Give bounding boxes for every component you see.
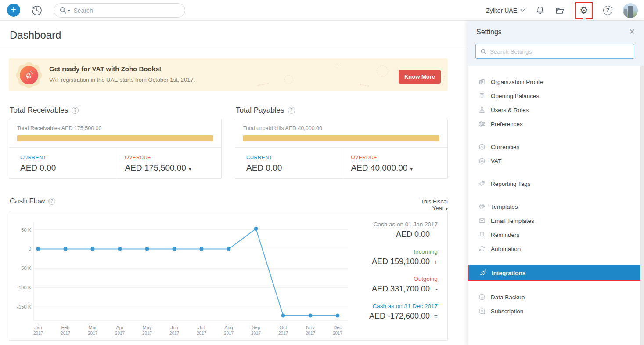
svg-text:2017: 2017 — [278, 331, 288, 336]
building-icon — [479, 78, 486, 85]
megaphone-badge — [17, 63, 41, 87]
settings-item-currencies[interactable]: $ Currencies — [468, 140, 644, 154]
svg-text:2017: 2017 — [197, 331, 207, 336]
tag-icon — [479, 180, 486, 187]
svg-text:Mar: Mar — [89, 325, 97, 330]
help-tooltip-icon[interactable]: ? — [72, 107, 79, 114]
overdue-dropdown-caret-icon[interactable]: ▾ — [189, 166, 191, 171]
settings-item-preferences[interactable]: Preferences — [468, 117, 644, 131]
top-bar: + ▾ Zylker UAE ⚙ ? — [0, 0, 644, 21]
plug-icon — [479, 269, 486, 276]
settings-item-users-roles[interactable]: Users & Roles — [468, 103, 644, 117]
cashflow-chart: 50 K0-50 K-100 K-150 KJan2017Feb2017Mar2… — [13, 214, 353, 339]
title-divider — [0, 49, 468, 49]
current-label: CURRENT — [246, 155, 343, 160]
svg-text:Sep: Sep — [252, 325, 260, 330]
svg-text:Oct: Oct — [279, 325, 287, 330]
top-bar-right: Zylker UAE ⚙ ? — [486, 0, 638, 21]
search-icon — [59, 7, 67, 15]
fiscal-year-dropdown[interactable]: This Fiscal Year▾ — [404, 198, 448, 211]
settings-item-templates[interactable]: Templates — [468, 200, 644, 214]
opening-balances-icon — [479, 92, 486, 99]
settings-item-organization-profile[interactable]: Organization Profile — [468, 75, 644, 89]
receivables-progress-bar — [17, 135, 213, 141]
receivables-card: Total Receivables AED 175,500.00 CURRENT… — [9, 119, 222, 179]
overdue-dropdown-caret-icon[interactable]: ▾ — [410, 166, 413, 171]
user-avatar[interactable] — [623, 3, 638, 18]
receivables-overdue-amount: AED 175,500.00▾ — [125, 163, 222, 173]
settings-item-automation[interactable]: Automation — [468, 242, 644, 256]
svg-text:2017: 2017 — [61, 331, 71, 336]
banner-subtitle: VAT registration in the UAE starts from … — [49, 76, 195, 83]
gear-icon: ⚙ — [579, 6, 588, 15]
notifications-button[interactable] — [536, 6, 545, 15]
svg-text:2017: 2017 — [115, 331, 125, 336]
settings-item-subscription[interactable]: $ Subscription — [468, 304, 644, 318]
settings-panel: Settings ✕ Organization Profile Opening … — [468, 21, 644, 345]
global-search[interactable]: ▾ — [54, 3, 185, 18]
quick-create-button[interactable]: + — [7, 4, 20, 17]
settings-item-email-templates[interactable]: Email Templates — [468, 214, 644, 228]
svg-text:Aug: Aug — [224, 325, 233, 330]
settings-item-reporting-tags[interactable]: Reporting Tags — [468, 177, 644, 191]
svg-text:-150 K: -150 K — [17, 304, 32, 309]
caret-down-icon: ▾ — [446, 206, 448, 211]
envelope-icon — [479, 217, 486, 224]
sliders-icon — [479, 120, 486, 127]
receivables-summary: Total Receivables AED 175,500.00 — [17, 125, 102, 131]
payables-overdue-amount: AED 40,000.00▾ — [351, 163, 448, 173]
org-switcher[interactable]: Zylker UAE — [486, 7, 525, 14]
chevron-down-icon — [520, 9, 525, 12]
recent-history-button[interactable] — [31, 4, 43, 16]
search-icon — [480, 48, 487, 55]
app-window: + ▾ Zylker UAE ⚙ ? — [0, 0, 644, 345]
panel-scrollbar[interactable] — [640, 66, 644, 345]
settings-item-data-backup[interactable]: Data Backup — [468, 290, 644, 304]
plus-icon: + — [11, 4, 16, 15]
svg-text:Nov: Nov — [306, 325, 315, 330]
doodle-dash — [360, 84, 369, 86]
settings-item-reminders[interactable]: Reminders — [468, 228, 644, 242]
know-more-button[interactable]: Know More — [399, 70, 441, 84]
payables-progress-bar — [243, 135, 439, 141]
help-button[interactable]: ? — [603, 6, 612, 15]
svg-text:-50 K: -50 K — [20, 265, 32, 271]
settings-search-input[interactable] — [490, 48, 630, 55]
panel-pointer — [580, 17, 588, 22]
payables-section-title: Total Payables ? — [236, 106, 295, 115]
cashflow-section-title: Cash Flow ? — [10, 197, 55, 206]
svg-text:50 K: 50 K — [21, 227, 31, 232]
page-title: Dashboard — [10, 29, 61, 41]
search-scope-caret-icon[interactable]: ▾ — [68, 8, 70, 13]
org-name: Zylker UAE — [486, 7, 517, 14]
svg-text:0: 0 — [29, 246, 31, 251]
close-icon[interactable]: ✕ — [629, 27, 635, 36]
help-tooltip-icon[interactable]: ? — [288, 107, 295, 114]
settings-item-integrations[interactable]: Integrations — [468, 265, 641, 280]
settings-button-highlight[interactable]: ⚙ — [575, 2, 593, 19]
current-label: CURRENT — [20, 155, 117, 160]
users-icon — [479, 106, 486, 113]
incoming-entry: Incoming AED 159,100.00+ — [337, 248, 438, 266]
svg-text:Feb: Feb — [61, 325, 70, 330]
overdue-label: OVERDUE — [125, 155, 222, 160]
help-tooltip-icon[interactable]: ? — [48, 198, 55, 205]
documents-button[interactable] — [555, 6, 565, 15]
outgoing-entry: Outgoing AED 331,700.00- — [337, 276, 438, 294]
svg-text:2017: 2017 — [251, 331, 261, 336]
megaphone-icon — [24, 70, 34, 80]
settings-search[interactable] — [475, 44, 634, 59]
svg-text:Apr: Apr — [116, 325, 123, 330]
global-search-input[interactable] — [74, 7, 180, 14]
palette-icon — [479, 203, 486, 210]
settings-item-vat[interactable]: VAT — [468, 154, 644, 168]
svg-text:$: $ — [481, 145, 483, 149]
percent-circle-icon — [479, 157, 486, 164]
bell-icon — [479, 231, 486, 238]
overdue-label: OVERDUE — [351, 155, 448, 160]
payables-current-amount: AED 0.00 — [246, 163, 343, 173]
svg-text:2017: 2017 — [142, 331, 152, 336]
settings-item-opening-balances[interactable]: Opening Balances — [468, 89, 644, 103]
cashflow-card: 50 K0-50 K-100 K-150 KJan2017Feb2017Mar2… — [9, 211, 448, 341]
vat-banner: Get ready for VAT with Zoho Books! VAT r… — [9, 58, 448, 91]
